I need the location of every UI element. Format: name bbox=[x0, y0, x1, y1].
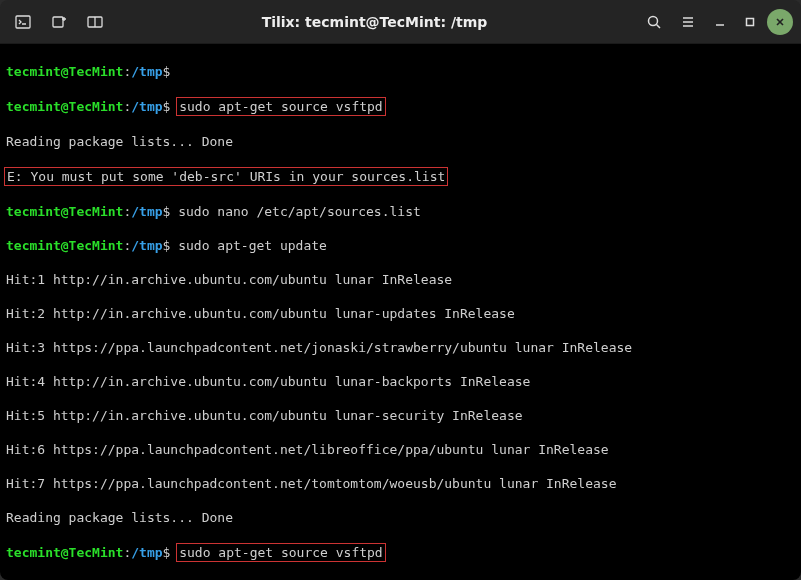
svg-rect-2 bbox=[53, 17, 63, 27]
output-line: Hit:2 http://in.archive.ubuntu.com/ubunt… bbox=[6, 305, 795, 322]
toolbar-right bbox=[639, 7, 793, 37]
output-line: Hit:4 http://in.archive.ubuntu.com/ubunt… bbox=[6, 373, 795, 390]
svg-line-8 bbox=[657, 24, 661, 28]
maximize-icon[interactable] bbox=[737, 9, 763, 35]
command: sudo apt-get update bbox=[178, 238, 327, 253]
window-title: Tilix: tecmint@TecMint: /tmp bbox=[114, 14, 635, 30]
prompt-user: tecmint@TecMint bbox=[6, 64, 123, 79]
command: sudo nano /etc/apt/sources.list bbox=[178, 204, 421, 219]
output-line: Hit:3 https://ppa.launchpadcontent.net/j… bbox=[6, 339, 795, 356]
highlighted-command: sudo apt-get source vsftpd bbox=[176, 97, 386, 116]
output-line: Hit:6 https://ppa.launchpadcontent.net/l… bbox=[6, 441, 795, 458]
highlighted-error: E: You must put some 'deb-src' URIs in y… bbox=[4, 167, 448, 186]
prompt-path: /tmp bbox=[131, 64, 162, 79]
search-icon[interactable] bbox=[639, 7, 669, 37]
svg-point-7 bbox=[649, 16, 658, 25]
output-line: Hit:1 http://in.archive.ubuntu.com/ubunt… bbox=[6, 271, 795, 288]
minimize-icon[interactable] bbox=[707, 9, 733, 35]
titlebar: Tilix: tecmint@TecMint: /tmp bbox=[0, 0, 801, 44]
toolbar-left bbox=[8, 7, 110, 37]
split-icon[interactable] bbox=[80, 7, 110, 37]
output-line: Hit:7 https://ppa.launchpadcontent.net/t… bbox=[6, 475, 795, 492]
close-icon[interactable] bbox=[767, 9, 793, 35]
svg-rect-13 bbox=[747, 18, 754, 25]
terminal-icon[interactable] bbox=[8, 7, 38, 37]
menu-icon[interactable] bbox=[673, 7, 703, 37]
terminal-area[interactable]: tecmint@TecMint:/tmp$ tecmint@TecMint:/t… bbox=[0, 44, 801, 580]
output-line: Reading package lists... Done bbox=[6, 133, 795, 150]
output-line: Reading package lists... Done bbox=[6, 509, 795, 526]
new-tab-icon[interactable] bbox=[44, 7, 74, 37]
highlighted-command: sudo apt-get source vsftpd bbox=[176, 543, 386, 562]
svg-rect-0 bbox=[16, 16, 30, 28]
output-line: Hit:5 http://in.archive.ubuntu.com/ubunt… bbox=[6, 407, 795, 424]
